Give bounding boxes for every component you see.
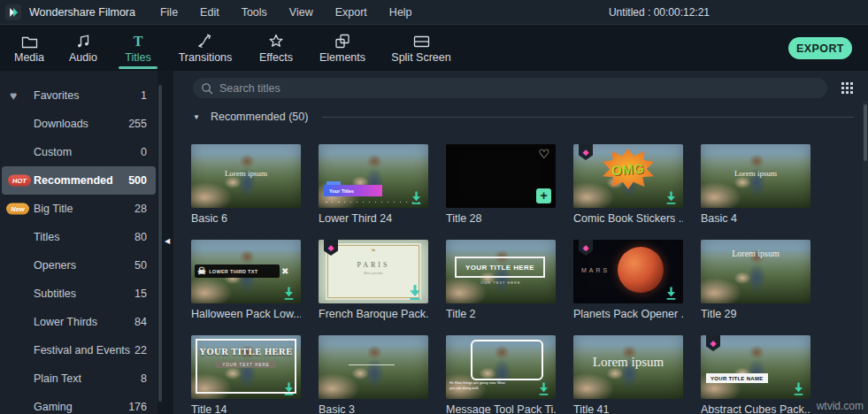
count-badge: 15 (134, 288, 147, 300)
download-icon[interactable] (281, 381, 296, 396)
sidebar: ♥ Favorites 1 Downloads 255 Custom 0 HOT… (0, 71, 157, 414)
content-scrollbar[interactable] (863, 101, 868, 414)
section-rule (322, 117, 854, 118)
title-thumbnail[interactable]: Your Titles (319, 144, 428, 208)
sidebar-item-subtitles[interactable]: Subtitles 15 (0, 280, 157, 308)
sidebar-item-titles[interactable]: Titles 80 (0, 223, 157, 251)
tab-effects[interactable]: Effects (244, 25, 308, 71)
sidebar-divider: ◀ (157, 71, 173, 414)
title-tile-title-41[interactable]: Lorem ipsum Title 41 (573, 335, 683, 414)
ornament-icon: ❧ (371, 246, 376, 254)
sidebar-item-favorites[interactable]: ♥ Favorites 1 (0, 81, 157, 110)
title-thumbnail[interactable]: Lorem ipsum (573, 335, 683, 399)
thumbnail-overlay-subtext: Mon paradis (364, 271, 383, 275)
tab-audio[interactable]: Audio (57, 25, 110, 71)
title-thumbnail[interactable]: YOUR TITLE HERE OUR TEXT HERE (446, 240, 556, 303)
title-thumbnail[interactable]: Lorem ipsum (701, 240, 810, 303)
title-thumbnail[interactable]: ◆ YOUR TITLE NAME (701, 335, 810, 399)
tile-label: Halloween Pack Low... (191, 308, 301, 320)
audio-notes-icon (75, 32, 91, 49)
download-icon[interactable] (281, 286, 296, 301)
menu-tools[interactable]: Tools (242, 6, 267, 19)
title-tile-message-tool-pack[interactable]: Hi. How things are going now. Wow you ar… (446, 335, 556, 414)
skull-icon: ☠ (197, 265, 206, 277)
title-thumbnail[interactable]: ❧ PARIS Mon paradis ◆ (319, 240, 428, 303)
title-tile-abstract-cubes-pack[interactable]: ◆ YOUR TITLE NAME Abstract Cubes Pack... (701, 335, 810, 414)
count-badge: 28 (134, 203, 147, 215)
sidebar-item-festival-and-events[interactable]: Festival and Events 22 (0, 336, 157, 364)
add-to-timeline-icon[interactable]: + (536, 188, 551, 203)
title-tile-title-2[interactable]: YOUR TITLE HERE OUR TEXT HERE Title 2 (446, 240, 556, 335)
title-tile-title-14[interactable]: YOUR TITLE HERE YOUR TEXT HERE Title 14 (191, 335, 301, 414)
count-badge: 255 (128, 118, 147, 130)
menu-export[interactable]: Export (335, 6, 367, 19)
sidebar-item-downloads[interactable]: Downloads 255 (0, 110, 157, 138)
tab-titles[interactable]: T Titles (110, 25, 166, 71)
tab-transitions[interactable]: Transitions (166, 25, 244, 71)
title-tile-title-28[interactable]: ♡ + Title 28 (446, 144, 556, 240)
search-input[interactable] (219, 82, 827, 95)
title-frame: YOUR TITLE HERE (455, 257, 545, 278)
download-icon[interactable] (791, 381, 806, 396)
download-icon[interactable] (536, 381, 551, 396)
title-tile-basic-4[interactable]: Lorem ipsum Basic 4 (701, 144, 810, 240)
download-icon[interactable] (664, 190, 679, 205)
thumbnail-overlay-text: YOUR TITLE HERE (191, 347, 301, 356)
download-icon[interactable] (664, 286, 679, 301)
tile-label: Lower Third 24 (319, 212, 428, 225)
search-bar[interactable] (193, 78, 827, 98)
sidebar-scrollbar[interactable] (158, 85, 162, 402)
title-thumbnail[interactable] (319, 335, 428, 399)
chevron-down-icon[interactable]: ▼ (193, 113, 200, 121)
sidebar-item-recommended[interactable]: HOT Recommended 500 (2, 166, 156, 195)
sidebar-collapse-icon[interactable]: ◀ (165, 237, 170, 245)
tile-label: French Baroque Pack... (319, 308, 428, 320)
title-thumbnail[interactable]: YOUR TITLE HERE YOUR TEXT HERE (191, 335, 301, 399)
title-thumbnail[interactable]: Hi. How things are going now. Wow you ar… (446, 335, 556, 399)
grid-view-icon[interactable] (841, 82, 853, 94)
sidebar-item-plain-text[interactable]: Plain Text 8 (0, 364, 157, 393)
title-tile-lower-third-24[interactable]: Your Titles Lower Third 24 (319, 144, 428, 240)
thumbnail-overlay-text: Lorem ipsum (573, 355, 683, 370)
title-thumbnail[interactable]: ♡ + (446, 144, 556, 208)
export-button[interactable]: EXPORT (788, 37, 852, 59)
sidebar-item-openers[interactable]: Openers 50 (0, 251, 157, 280)
sidebar-item-big-title[interactable]: New Big Title 28 (0, 195, 157, 223)
content-scrollbar-thumb[interactable] (864, 104, 867, 161)
title-thumbnail[interactable]: Lorem ipsum (701, 144, 810, 208)
tab-media[interactable]: Media (2, 25, 57, 71)
mars-planet-graphic (618, 247, 664, 293)
title-tile-basic-3[interactable]: Basic 3 (319, 335, 428, 414)
sidebar-item-lower-thirds[interactable]: Lower Thirds 84 (0, 308, 157, 336)
title-tile-french-baroque-pack[interactable]: ❧ PARIS Mon paradis ◆ French Baroque Pac… (319, 240, 428, 335)
title-thumbnail[interactable]: ☠ LOWER THIRD TXT ✖ (191, 240, 301, 303)
download-icon[interactable] (409, 190, 424, 205)
title-tile-halloween-pack[interactable]: ☠ LOWER THIRD TXT ✖ Halloween Pack Low..… (191, 240, 301, 335)
tab-split-screen[interactable]: Split Screen (377, 25, 465, 71)
menu-file[interactable]: File (160, 6, 178, 19)
crossbones-icon: ✖ (281, 266, 288, 276)
thumbnail-overlay-text: LOWER THIRD TXT (209, 269, 257, 274)
download-icon[interactable] (406, 283, 424, 301)
menu-help[interactable]: Help (389, 6, 412, 19)
favorite-heart-icon[interactable]: ♡ (538, 147, 549, 161)
tile-label: Title 2 (446, 308, 556, 320)
title-tile-title-29[interactable]: Lorem ipsum Title 29 (701, 240, 810, 335)
tile-label: Title 14 (191, 403, 301, 414)
menu-edit[interactable]: Edit (200, 6, 219, 19)
sidebar-item-gaming[interactable]: Gaming 176 (0, 393, 157, 414)
tab-elements[interactable]: Elements (308, 25, 377, 71)
title-thumbnail[interactable]: ◆ OMG (573, 144, 683, 208)
thumbnail-overlay-text: YOUR TITLE HERE (465, 264, 534, 272)
title-tile-comic-book-stickers[interactable]: ◆ OMG Comic Book Stickers ... (573, 144, 683, 240)
thumbnail-overlay-text: YOUR TITLE NAME (706, 373, 768, 383)
sidebar-item-custom[interactable]: Custom 0 (0, 138, 157, 166)
title-tile-planets-pack-opener[interactable]: MARS ◆ Planets Pack Opener ... (573, 240, 683, 335)
message-frame (471, 340, 543, 380)
lower-third-banner: Your Titles (324, 185, 382, 196)
premium-diamond-badge: ◆ (706, 335, 720, 351)
title-thumbnail[interactable]: Lorem ipsum (191, 144, 301, 208)
title-tile-basic-6[interactable]: Lorem ipsum Basic 6 (191, 144, 301, 240)
menu-view[interactable]: View (289, 6, 313, 19)
title-thumbnail[interactable]: MARS ◆ (573, 240, 683, 303)
